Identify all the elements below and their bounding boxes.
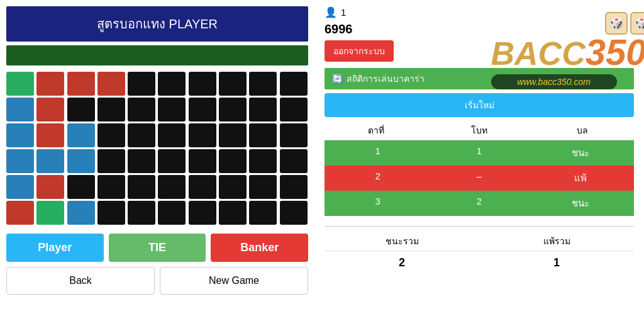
grid-cell (219, 72, 247, 96)
grid-cell (219, 123, 247, 147)
grid-cell (97, 123, 125, 147)
grid-cell (249, 149, 277, 173)
col-bet: โบท (428, 123, 531, 137)
win-value: 2 (325, 256, 479, 269)
grid-cell (67, 149, 95, 173)
grid-cell (158, 175, 186, 199)
grid-cell (249, 72, 277, 96)
grid-cell (128, 72, 155, 96)
grid-cell (189, 201, 216, 225)
grid-cell (280, 175, 308, 199)
grid-cell (128, 123, 155, 147)
grid-cell (6, 175, 34, 199)
grid-cell (67, 123, 95, 147)
grid-cell (97, 175, 125, 199)
grid-cell (158, 98, 186, 121)
grid-cell (249, 201, 277, 225)
grid-cell (36, 123, 64, 147)
summary-header: ชนะรวม แพ้รวม (325, 232, 634, 251)
grid-cell (249, 98, 277, 121)
row-result: แพ้ (530, 171, 631, 186)
grid-cell (97, 72, 125, 96)
back-button[interactable]: Back (6, 267, 155, 295)
grid-cell (6, 123, 34, 147)
stats-label: สถิติการเล่นบาคาร่า (347, 72, 425, 86)
grid-cell (158, 201, 186, 225)
row-result: ชนะ (530, 196, 631, 211)
grid-cell (97, 201, 125, 225)
grid-cell (6, 72, 34, 96)
grid-cell (189, 175, 216, 199)
row-date: 2 (327, 171, 428, 186)
grid-cell (6, 201, 34, 225)
grid-cell (189, 123, 216, 147)
grid-cell (189, 98, 216, 121)
grid-cell (219, 175, 247, 199)
logo-text: BACC 350 (491, 31, 645, 73)
restart-button[interactable]: เริ่มใหม่ (325, 93, 634, 117)
table-header: ตาที่ โบท บล (325, 121, 634, 140)
summary-section: ชนะรวม แพ้รวม 2 1 (325, 226, 634, 274)
grid-cell (97, 149, 125, 173)
grid-cell (158, 123, 186, 147)
user-row: 👤 1 (325, 6, 634, 18)
row-result: ชนะ (530, 145, 631, 161)
summary-values: 2 1 (325, 251, 634, 274)
green-bar (6, 45, 308, 65)
user-icon: 👤 (325, 6, 337, 18)
grid-cell (219, 201, 247, 225)
grid-cell (128, 149, 155, 173)
grid-cell (128, 175, 155, 199)
grid-cell (189, 149, 216, 173)
table-row: 1 1 ชนะ (325, 140, 634, 166)
grid-cell (219, 98, 247, 121)
grid-cell (189, 72, 216, 96)
grid-cell (6, 149, 34, 173)
grid-cell (219, 149, 247, 173)
grid-cell (158, 149, 186, 173)
logout-button[interactable]: ออกจากระบบ (325, 40, 394, 62)
grid-cell (36, 201, 64, 225)
lose-value: 1 (479, 256, 634, 269)
grid-cell (6, 98, 34, 121)
bead-grid (6, 69, 308, 227)
row-date: 1 (327, 145, 428, 161)
results-table: ตาที่ โบท บล 1 1 ชนะ 2 – แพ้ 3 2 ชนะ (325, 121, 634, 216)
header-text: สูตรบอกแทง PLAYER (97, 17, 218, 31)
grid-cell (67, 175, 95, 199)
right-panel: 👤 1 6996 ออกจากระบบ 🎲 🎲 BACC 350 www.bac… (314, 0, 644, 333)
grid-cell (128, 201, 155, 225)
grid-cell (36, 149, 64, 173)
grid-cell (280, 72, 308, 96)
col-result: บล (531, 123, 634, 137)
table-rows: 1 1 ชนะ 2 – แพ้ 3 2 ชนะ (325, 140, 634, 216)
col-date: ตาที่ (325, 123, 428, 137)
table-row: 3 2 ชนะ (325, 191, 634, 216)
grid-cell (36, 175, 64, 199)
grid-cell (158, 72, 186, 96)
lose-label: แพ้รวม (479, 234, 634, 248)
grid-cell (280, 98, 308, 121)
legend-row: Player TIE Banker (6, 234, 308, 262)
grid-cell (280, 201, 308, 225)
grid-cell (280, 123, 308, 147)
grid-cell (128, 98, 155, 121)
grid-cell (97, 98, 125, 121)
grid-cell (67, 201, 95, 225)
action-row: Back New Game (6, 267, 308, 295)
grid-cell (67, 72, 95, 96)
score-display: 6996 (325, 22, 634, 37)
left-panel: สูตรบอกแทง PLAYER Player TIE Banker Back… (0, 0, 314, 333)
grid-cell (67, 98, 95, 121)
grid-cell (249, 123, 277, 147)
user-count: 1 (341, 7, 346, 18)
banker-button[interactable]: Banker (211, 234, 308, 262)
new-game-button[interactable]: New Game (160, 267, 308, 295)
tie-button[interactable]: TIE (109, 234, 206, 262)
win-label: ชนะรวม (325, 234, 479, 248)
grid-cell (249, 175, 277, 199)
grid-cell (36, 72, 64, 96)
player-button[interactable]: Player (6, 234, 104, 262)
stats-header: 🔄 สถิติการเล่นบาคาร่า (325, 68, 634, 89)
grid-cell (280, 149, 308, 173)
